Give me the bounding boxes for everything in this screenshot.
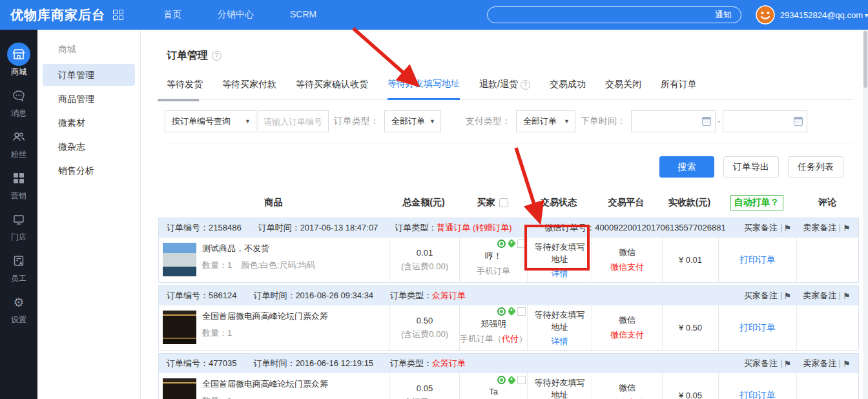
pay-method: 微信支付	[610, 261, 644, 273]
order-row: 全国首届微电商高峰论坛门票众筹 数量：1 0.50 (含运费0.00) 郑强明	[159, 305, 858, 350]
tab-success[interactable]: 交易成功	[550, 78, 586, 99]
nav-home[interactable]: 首页	[163, 9, 181, 21]
autoprint-link[interactable]: 自动打单？	[730, 195, 783, 210]
calendar-icon[interactable]	[702, 117, 711, 126]
nav-distribution[interactable]: 分销中心	[218, 9, 254, 21]
tab-wait-confirm[interactable]: 等待买家确认收货	[296, 78, 368, 99]
detail-link[interactable]: 详情	[552, 268, 568, 280]
paid-value: ¥ 0.01	[679, 255, 702, 265]
menu-sidebar: 商城 订单管理 商品管理 微素材 微杂志 销售分析	[37, 30, 141, 399]
notice-pill[interactable]: 通知	[487, 6, 741, 23]
buyer-note-link[interactable]: 买家备注⚑	[744, 290, 792, 302]
rail-item-messages[interactable]: 消息	[0, 84, 37, 125]
task-list-button[interactable]: 任务列表	[788, 156, 843, 178]
row-checkbox[interactable]	[517, 240, 526, 248]
notice-label[interactable]: 通知	[715, 9, 732, 21]
calendar-icon[interactable]	[794, 117, 803, 126]
product-image	[163, 378, 196, 399]
help-icon[interactable]: ?	[212, 51, 222, 61]
buyer-status-icon	[497, 240, 506, 248]
rail-label: 粉丝	[11, 149, 26, 160]
rail-item-mall[interactable]: 商城	[0, 43, 37, 84]
note-links: 买家备注⚑ 卖家备注⚑	[744, 358, 851, 369]
nav-scrm[interactable]: SCRM	[290, 9, 316, 21]
print-order-link[interactable]: 打印订单	[739, 390, 776, 399]
menu-item-magazine[interactable]: 微杂志	[43, 136, 135, 158]
buyer-icons	[497, 240, 526, 248]
buyer-status-icon	[497, 376, 506, 384]
amount-value: 0.01	[417, 248, 433, 258]
search-type-select[interactable]: 按订单编号查询 ▼	[165, 110, 256, 132]
help-icon[interactable]: ?	[521, 80, 530, 90]
page-title-text: 订单管理	[167, 49, 208, 63]
scrollbar-thumb[interactable]	[863, 31, 867, 88]
action-buttons: 搜索 订单导出 任务列表	[141, 156, 843, 178]
buyer-note-link[interactable]: 买家备注⚑	[744, 222, 792, 234]
menu-item-material[interactable]: 微素材	[43, 112, 135, 134]
print-order-link[interactable]: 打印订单	[739, 322, 776, 334]
seller-note-label: 卖家备注	[803, 290, 836, 302]
menu-section-mall[interactable]: 商城	[37, 39, 140, 62]
buyer-note-link[interactable]: 买家备注⚑	[744, 358, 792, 369]
buyer-note-label: 买家备注	[744, 358, 778, 369]
seller-note-link[interactable]: 卖家备注⚑	[803, 290, 851, 302]
print-cell: 打印订单	[718, 305, 796, 350]
seller-note-label: 卖家备注	[803, 222, 836, 234]
row-checkbox[interactable]	[517, 307, 526, 316]
apps-grid-icon[interactable]	[113, 10, 123, 20]
status-text: 等待好友填写地址	[528, 241, 592, 266]
wx-order-label: 微信订单号：	[544, 223, 595, 232]
comment-cell	[796, 238, 858, 282]
rail-item-store[interactable]: 门店	[0, 208, 37, 249]
export-orders-button[interactable]: 订单导出	[723, 156, 779, 178]
user-email[interactable]: 2934152824@qq.com	[780, 10, 863, 20]
print-order-link[interactable]: 打印订单	[739, 254, 776, 266]
seller-note-link[interactable]: 卖家备注⚑	[803, 222, 851, 234]
tab-all-orders[interactable]: 所有订单	[661, 78, 697, 99]
menu-item-products[interactable]: 商品管理	[43, 88, 135, 110]
product-cell: 全国首届微电商高峰论坛门票众筹 数量：1	[159, 305, 389, 350]
col-header-paid: 实收款(元)	[661, 197, 718, 209]
pay-type-select[interactable]: 全部订单 ▼	[516, 110, 575, 132]
rail-label: 员工	[11, 273, 26, 284]
menu-item-analytics[interactable]: 销售分析	[43, 159, 135, 181]
tabs-scrollbar-thumb[interactable]	[158, 99, 199, 101]
status-text: 等待好友填写地址	[528, 376, 592, 399]
product-qty: 数量：1	[202, 260, 232, 271]
tab-refund[interactable]: 退款/退货?	[479, 78, 530, 99]
tab-wait-ship[interactable]: 等待发货	[167, 78, 203, 99]
rail-item-settings[interactable]: ⚙ 设置	[0, 291, 37, 332]
tab-closed[interactable]: 交易关闭	[605, 78, 641, 99]
rail-item-staff[interactable]: A 员工	[0, 249, 37, 291]
product-qty: 数量：1	[202, 327, 232, 339]
shop-icon	[7, 43, 30, 66]
row-checkbox[interactable]	[517, 376, 526, 384]
date-from-inputbox	[631, 110, 716, 132]
rail-item-fans[interactable]: 粉丝	[0, 125, 37, 167]
col-header-autoprint: 自动打单？	[718, 195, 796, 210]
user-menu-caret-icon[interactable]: ▾	[865, 12, 868, 19]
order-no-label: 订单编号：	[167, 358, 209, 368]
buyer-channel: 手机订单（代付）	[460, 333, 527, 345]
rail-item-marketing[interactable]: 营销	[0, 167, 37, 208]
menu-item-orders[interactable]: 订单管理	[43, 64, 135, 86]
amount-value: 0.50	[417, 316, 433, 325]
tab-label: 交易关闭	[605, 79, 641, 90]
grid-squares-icon	[7, 167, 30, 190]
avatar[interactable]	[756, 5, 775, 25]
detail-link[interactable]: 详情	[552, 336, 568, 347]
search-button[interactable]: 搜索	[659, 156, 714, 178]
paid-cell: ¥ 0.05	[662, 373, 718, 399]
tab-wait-friend-address[interactable]: 等待好友填写地址	[388, 78, 460, 100]
tab-wait-payment[interactable]: 等待买家付款	[222, 78, 276, 99]
tab-label: 等待发货	[167, 79, 203, 90]
select-all-checkbox[interactable]	[499, 198, 508, 207]
seller-note-link[interactable]: 卖家备注⚑	[803, 358, 851, 369]
order-table: 商品 总金额(元) 买家 交易状态 交易平台 实收款(元) 自动打单？ 评论 订…	[158, 194, 859, 399]
order-no-input[interactable]	[258, 111, 328, 132]
channel-red-text: 代付	[502, 334, 519, 343]
buyer-header-text: 买家	[477, 197, 495, 209]
flag-icon: ⚑	[781, 360, 792, 368]
order-time-value: 2016-08-26 09:34:34	[295, 291, 373, 300]
order-type-select[interactable]: 全部订单 ▼	[384, 110, 441, 132]
